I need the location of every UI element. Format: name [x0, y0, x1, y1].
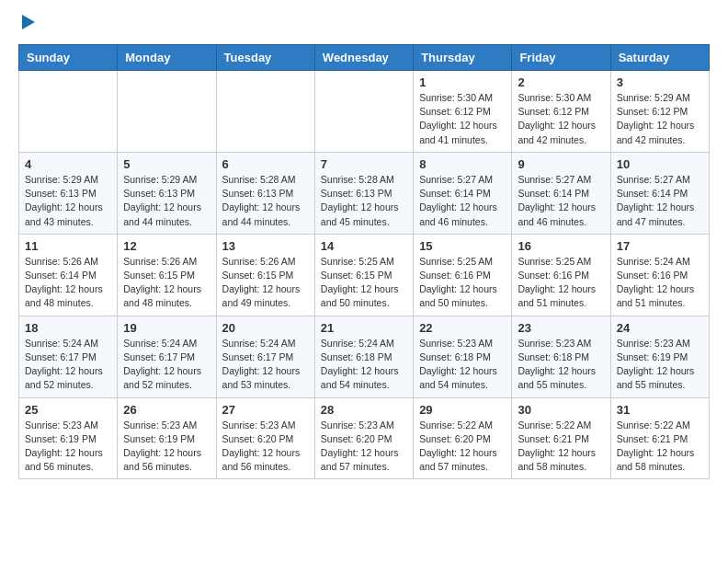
day-info: Sunrise: 5:24 AM Sunset: 6:16 PM Dayligh… [617, 255, 703, 311]
calendar-cell: 4Sunrise: 5:29 AM Sunset: 6:13 PM Daylig… [19, 152, 118, 234]
day-info: Sunrise: 5:26 AM Sunset: 6:14 PM Dayligh… [25, 255, 111, 311]
day-info: Sunrise: 5:23 AM Sunset: 6:19 PM Dayligh… [617, 337, 703, 393]
calendar-cell: 20Sunrise: 5:24 AM Sunset: 6:17 PM Dayli… [216, 316, 314, 397]
day-info: Sunrise: 5:28 AM Sunset: 6:13 PM Dayligh… [222, 173, 309, 229]
page-header [18, 18, 710, 29]
day-info: Sunrise: 5:29 AM Sunset: 6:13 PM Dayligh… [123, 173, 210, 229]
day-number: 11 [25, 239, 111, 253]
day-number: 1 [419, 75, 506, 89]
logo-arrow-icon [22, 15, 35, 29]
day-number: 3 [617, 75, 703, 89]
day-info: Sunrise: 5:28 AM Sunset: 6:13 PM Dayligh… [321, 173, 407, 229]
weekday-header-saturday: Saturday [610, 45, 709, 71]
day-number: 20 [222, 321, 309, 335]
day-info: Sunrise: 5:25 AM Sunset: 6:16 PM Dayligh… [518, 255, 604, 311]
day-info: Sunrise: 5:30 AM Sunset: 6:12 PM Dayligh… [419, 91, 506, 147]
day-number: 4 [25, 157, 111, 171]
calendar-cell: 10Sunrise: 5:27 AM Sunset: 6:14 PM Dayli… [610, 152, 709, 234]
day-number: 14 [321, 239, 407, 253]
calendar-cell: 11Sunrise: 5:26 AM Sunset: 6:14 PM Dayli… [19, 234, 118, 316]
day-number: 6 [222, 157, 309, 171]
day-number: 19 [123, 321, 210, 335]
calendar-cell: 29Sunrise: 5:22 AM Sunset: 6:20 PM Dayli… [414, 397, 512, 479]
day-number: 23 [518, 321, 604, 335]
day-info: Sunrise: 5:29 AM Sunset: 6:13 PM Dayligh… [25, 173, 111, 229]
calendar-cell [19, 71, 118, 153]
calendar-cell: 7Sunrise: 5:28 AM Sunset: 6:13 PM Daylig… [314, 152, 413, 234]
day-info: Sunrise: 5:24 AM Sunset: 6:17 PM Dayligh… [222, 337, 309, 393]
calendar-cell: 14Sunrise: 5:25 AM Sunset: 6:15 PM Dayli… [314, 234, 413, 316]
weekday-header-row: SundayMondayTuesdayWednesdayThursdayFrid… [19, 45, 710, 71]
day-info: Sunrise: 5:26 AM Sunset: 6:15 PM Dayligh… [222, 255, 309, 311]
calendar-cell: 15Sunrise: 5:25 AM Sunset: 6:16 PM Dayli… [414, 234, 512, 316]
weekday-header-thursday: Thursday [414, 45, 512, 71]
calendar-week-row: 4Sunrise: 5:29 AM Sunset: 6:13 PM Daylig… [19, 152, 710, 234]
day-number: 2 [518, 75, 604, 89]
calendar-cell: 22Sunrise: 5:23 AM Sunset: 6:18 PM Dayli… [414, 316, 512, 397]
day-number: 30 [518, 403, 604, 417]
day-number: 7 [321, 157, 407, 171]
calendar-cell: 3Sunrise: 5:29 AM Sunset: 6:12 PM Daylig… [610, 71, 709, 153]
calendar-cell: 24Sunrise: 5:23 AM Sunset: 6:19 PM Dayli… [610, 316, 709, 397]
calendar-week-row: 25Sunrise: 5:23 AM Sunset: 6:19 PM Dayli… [19, 397, 710, 479]
day-info: Sunrise: 5:26 AM Sunset: 6:15 PM Dayligh… [123, 255, 210, 311]
day-info: Sunrise: 5:25 AM Sunset: 6:16 PM Dayligh… [419, 255, 506, 311]
calendar-week-row: 18Sunrise: 5:24 AM Sunset: 6:17 PM Dayli… [19, 316, 710, 397]
day-info: Sunrise: 5:24 AM Sunset: 6:18 PM Dayligh… [321, 337, 407, 393]
day-number: 31 [617, 403, 703, 417]
calendar-week-row: 11Sunrise: 5:26 AM Sunset: 6:14 PM Dayli… [19, 234, 710, 316]
calendar-cell: 31Sunrise: 5:22 AM Sunset: 6:21 PM Dayli… [610, 397, 709, 479]
day-number: 10 [617, 157, 703, 171]
weekday-header-sunday: Sunday [19, 45, 118, 71]
calendar-cell: 8Sunrise: 5:27 AM Sunset: 6:14 PM Daylig… [414, 152, 512, 234]
calendar-cell [216, 71, 314, 153]
logo [18, 18, 35, 29]
calendar-cell: 18Sunrise: 5:24 AM Sunset: 6:17 PM Dayli… [19, 316, 118, 397]
weekday-header-tuesday: Tuesday [216, 45, 314, 71]
day-info: Sunrise: 5:27 AM Sunset: 6:14 PM Dayligh… [419, 173, 506, 229]
day-info: Sunrise: 5:25 AM Sunset: 6:15 PM Dayligh… [321, 255, 407, 311]
calendar-cell: 28Sunrise: 5:23 AM Sunset: 6:20 PM Dayli… [314, 397, 413, 479]
day-info: Sunrise: 5:23 AM Sunset: 6:20 PM Dayligh… [222, 419, 309, 475]
day-info: Sunrise: 5:22 AM Sunset: 6:20 PM Dayligh… [419, 419, 506, 475]
weekday-header-friday: Friday [512, 45, 610, 71]
day-number: 26 [123, 403, 210, 417]
calendar-cell: 27Sunrise: 5:23 AM Sunset: 6:20 PM Dayli… [216, 397, 314, 479]
day-number: 27 [222, 403, 309, 417]
day-number: 15 [419, 239, 506, 253]
calendar-cell: 16Sunrise: 5:25 AM Sunset: 6:16 PM Dayli… [512, 234, 610, 316]
day-info: Sunrise: 5:22 AM Sunset: 6:21 PM Dayligh… [617, 419, 703, 475]
calendar-cell: 25Sunrise: 5:23 AM Sunset: 6:19 PM Dayli… [19, 397, 118, 479]
calendar-cell: 26Sunrise: 5:23 AM Sunset: 6:19 PM Dayli… [118, 397, 216, 479]
weekday-header-wednesday: Wednesday [314, 45, 413, 71]
day-number: 25 [25, 403, 111, 417]
day-number: 21 [321, 321, 407, 335]
calendar-cell: 6Sunrise: 5:28 AM Sunset: 6:13 PM Daylig… [216, 152, 314, 234]
calendar-cell: 21Sunrise: 5:24 AM Sunset: 6:18 PM Dayli… [314, 316, 413, 397]
calendar-cell: 19Sunrise: 5:24 AM Sunset: 6:17 PM Dayli… [118, 316, 216, 397]
day-number: 24 [617, 321, 703, 335]
day-number: 5 [123, 157, 210, 171]
day-info: Sunrise: 5:27 AM Sunset: 6:14 PM Dayligh… [617, 173, 703, 229]
calendar-cell: 1Sunrise: 5:30 AM Sunset: 6:12 PM Daylig… [414, 71, 512, 153]
calendar-cell: 2Sunrise: 5:30 AM Sunset: 6:12 PM Daylig… [512, 71, 610, 153]
day-info: Sunrise: 5:29 AM Sunset: 6:12 PM Dayligh… [617, 91, 703, 147]
day-info: Sunrise: 5:24 AM Sunset: 6:17 PM Dayligh… [123, 337, 210, 393]
day-info: Sunrise: 5:23 AM Sunset: 6:19 PM Dayligh… [25, 419, 111, 475]
day-number: 8 [419, 157, 506, 171]
day-info: Sunrise: 5:23 AM Sunset: 6:20 PM Dayligh… [321, 419, 407, 475]
calendar-cell: 23Sunrise: 5:23 AM Sunset: 6:18 PM Dayli… [512, 316, 610, 397]
day-number: 22 [419, 321, 506, 335]
calendar-cell: 12Sunrise: 5:26 AM Sunset: 6:15 PM Dayli… [118, 234, 216, 316]
day-number: 29 [419, 403, 506, 417]
calendar-cell [118, 71, 216, 153]
day-number: 28 [321, 403, 407, 417]
day-info: Sunrise: 5:30 AM Sunset: 6:12 PM Dayligh… [518, 91, 604, 147]
day-number: 9 [518, 157, 604, 171]
day-info: Sunrise: 5:27 AM Sunset: 6:14 PM Dayligh… [518, 173, 604, 229]
calendar-cell [314, 71, 413, 153]
day-number: 16 [518, 239, 604, 253]
day-info: Sunrise: 5:23 AM Sunset: 6:18 PM Dayligh… [419, 337, 506, 393]
day-number: 17 [617, 239, 703, 253]
calendar-cell: 9Sunrise: 5:27 AM Sunset: 6:14 PM Daylig… [512, 152, 610, 234]
